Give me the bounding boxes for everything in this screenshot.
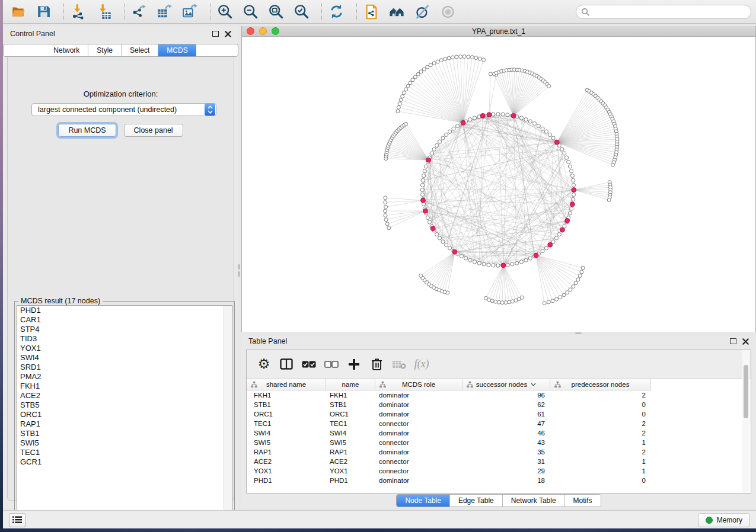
network-graph-svg[interactable] <box>242 37 755 331</box>
mcds-node-item[interactable]: YOX1 <box>17 344 232 353</box>
zoom-in-icon[interactable] <box>217 4 233 20</box>
tab-node-table[interactable]: Node Table <box>397 495 450 507</box>
table-scrollbar[interactable] <box>742 350 749 493</box>
mcds-node-item[interactable]: ACE2 <box>17 391 232 400</box>
refresh-layout-icon[interactable] <box>328 4 344 20</box>
zoom-fit-icon[interactable] <box>268 4 284 20</box>
close-table-panel-icon[interactable] <box>742 338 749 345</box>
horizontal-splitter-grip[interactable] <box>575 332 582 334</box>
tab-mcds[interactable]: MCDS <box>158 44 196 56</box>
mcds-result-title: MCDS result (17 nodes) <box>18 297 103 305</box>
close-window-icon[interactable] <box>247 27 254 35</box>
optimization-criterion-select[interactable]: largest connected component (undirected) <box>31 103 216 116</box>
table-row[interactable]: RAP1RAP1dominator352 <box>247 447 751 457</box>
mcds-node-item[interactable]: PHD1 <box>17 306 232 315</box>
mcds-node-item[interactable]: SRD1 <box>17 363 232 372</box>
mcds-node-item[interactable]: CAR1 <box>17 315 232 325</box>
table-row[interactable]: SWI4SWI4dominator462 <box>247 428 751 438</box>
save-session-icon[interactable] <box>36 4 52 20</box>
table-row[interactable]: TEC1TEC1connector472 <box>247 419 751 428</box>
column-label: successor nodes <box>476 381 527 388</box>
column-header-shared-name[interactable]: shared name <box>247 379 326 390</box>
column-header-MCDS-role[interactable]: MCDS role <box>375 379 462 390</box>
table-rows[interactable]: FKH1FKH1dominator962STB1STB1dominator620… <box>247 390 751 493</box>
add-column-icon[interactable] <box>345 355 363 373</box>
delete-column-icon[interactable] <box>368 355 385 373</box>
table-settings-icon[interactable]: ⚙ <box>255 355 273 373</box>
table-row[interactable]: SWI5SWI5connector431 <box>247 438 751 447</box>
document-share-icon[interactable] <box>363 4 379 20</box>
mcds-list-scrollbar[interactable] <box>224 306 232 518</box>
zoom-selected-icon[interactable] <box>294 4 310 20</box>
houses-icon[interactable] <box>389 4 405 20</box>
float-panel-icon[interactable] <box>212 31 219 37</box>
memory-status-dot <box>706 517 713 524</box>
mcds-node-item[interactable]: STP4 <box>17 325 232 334</box>
memory-button[interactable]: Memory <box>698 513 750 527</box>
application-window: Control Panel NetworkStyleSelectMCDS Opt… <box>0 0 756 532</box>
tab-select[interactable]: Select <box>122 44 158 56</box>
tab-style[interactable]: Style <box>88 44 122 56</box>
mcds-node-item[interactable]: RAP1 <box>17 419 232 429</box>
import-network-icon[interactable] <box>71 4 87 20</box>
task-history-button[interactable] <box>9 513 25 527</box>
tab-edge-table[interactable]: Edge Table <box>450 495 503 507</box>
cell-name: PHD1 <box>326 477 375 484</box>
cell-MCDS-role: dominator <box>375 448 462 456</box>
maximize-window-icon[interactable] <box>272 27 279 35</box>
table-row[interactable]: YOX1YOX1connector291 <box>247 466 751 476</box>
table-scrollbar-thumb[interactable] <box>744 365 748 418</box>
vertical-splitter-grip[interactable] <box>238 271 240 277</box>
column-header-predecessor-nodes[interactable]: predecessor nodes <box>550 379 651 390</box>
network-canvas[interactable] <box>242 37 755 332</box>
network-view-titlebar[interactable]: YPA_prune.txt_1 <box>242 26 755 37</box>
delete-table-icon[interactable] <box>390 355 408 373</box>
column-label: shared name <box>266 381 306 388</box>
table-row[interactable]: FKH1FKH1dominator962 <box>247 390 751 400</box>
minimize-window-icon[interactable] <box>259 27 267 35</box>
table-row[interactable]: PHD1PHD1dominator180 <box>247 476 751 485</box>
tab-network-table[interactable]: Network Table <box>503 495 565 507</box>
show-columns-icon[interactable] <box>277 355 295 373</box>
table-row[interactable]: STB1STB1dominator620 <box>247 400 751 409</box>
float-table-panel-icon[interactable] <box>730 338 736 344</box>
mcds-node-item[interactable]: FKH1 <box>17 382 232 391</box>
deselect-all-icon[interactable] <box>323 355 340 373</box>
cell-successor-nodes: 29 <box>462 467 550 475</box>
crossed-eye-icon[interactable] <box>414 4 430 20</box>
open-file-icon[interactable] <box>10 4 26 20</box>
mcds-result-list[interactable]: PHD1CAR1STP4TID3YOX1SWI4SRD1PMA2FKH1ACE2… <box>17 305 232 519</box>
sort-chevron-icon[interactable] <box>531 383 536 386</box>
export-image-icon[interactable] <box>182 4 198 20</box>
eye-icon[interactable] <box>440 4 456 20</box>
mcds-node-item[interactable]: STB5 <box>17 400 232 410</box>
export-network-icon[interactable] <box>131 4 147 20</box>
mcds-node-item[interactable]: GCR1 <box>17 457 232 467</box>
close-panel-button[interactable]: Close panel <box>124 124 183 137</box>
run-mcds-button[interactable]: Run MCDS <box>58 124 116 137</box>
cell-predecessor-nodes: 1 <box>550 467 651 475</box>
table-row[interactable]: ACE2ACE2connector311 <box>247 457 751 466</box>
column-label: name <box>342 381 359 388</box>
mcds-node-item[interactable]: SWI5 <box>17 438 232 448</box>
tab-motifs[interactable]: Motifs <box>565 495 601 507</box>
column-header-name[interactable]: name <box>326 379 375 390</box>
mcds-node-item[interactable]: TEC1 <box>17 448 232 457</box>
search-input[interactable] <box>576 5 751 19</box>
import-table-icon[interactable] <box>96 4 112 20</box>
mcds-node-item[interactable]: PMA2 <box>17 372 232 382</box>
mcds-node-item[interactable]: ORC1 <box>17 410 232 419</box>
mcds-node-item[interactable]: SWI4 <box>17 353 232 363</box>
mcds-node-item[interactable]: STB1 <box>17 429 232 438</box>
export-table-icon[interactable] <box>157 4 173 20</box>
tab-network[interactable]: Network <box>45 44 88 56</box>
function-builder-icon[interactable]: f(x) <box>413 355 430 373</box>
mcds-node-item[interactable]: TID3 <box>17 334 232 344</box>
close-panel-icon[interactable] <box>225 31 231 37</box>
column-header-successor-nodes[interactable]: successor nodes <box>462 379 550 390</box>
select-all-icon[interactable] <box>300 355 318 373</box>
vertical-splitter-grip[interactable] <box>238 264 240 270</box>
zoom-out-icon[interactable] <box>243 4 259 20</box>
table-row[interactable]: ORC1ORC1dominator610 <box>247 409 751 419</box>
export-image-glyph <box>182 4 198 20</box>
